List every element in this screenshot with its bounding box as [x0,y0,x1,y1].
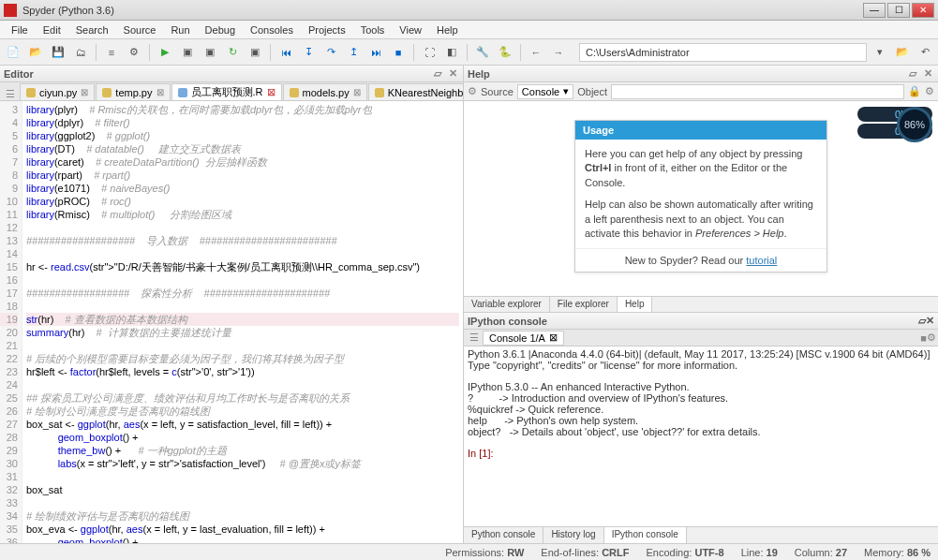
browse-icon[interactable]: 📂 [893,43,912,62]
console-header-label: IPython console [468,316,547,327]
help-object-label: Object [577,86,607,97]
menu-search[interactable]: Search [68,22,116,37]
help-options-icon[interactable]: ⚙ [925,85,934,97]
editor-tab[interactable]: KNearestNeighbor.py⊠ [368,83,463,100]
bottom-tab-python-console[interactable]: Python console [464,527,543,543]
help-toolbar: ⚙ Source Console▾ Object 🔒 ⚙ [464,82,938,101]
save-icon[interactable]: 💾 [49,43,67,62]
help-undock-icon[interactable]: ▱ [906,67,919,81]
menu-consoles[interactable]: Consoles [243,22,301,37]
run-cell-icon[interactable]: ▣ [178,43,197,62]
workdir-dropdown-icon[interactable]: ▾ [871,43,889,62]
help-close-icon[interactable]: ✕ [921,67,934,81]
console-bottom-tabs: Python consoleHistory logIPython console [464,526,938,543]
titlebar: Spyder (Python 3.6) — ☐ ✕ [0,0,938,21]
console-prompt: In [1]: [468,448,494,459]
editor-tab[interactable]: temp.py⊠ [96,83,170,100]
menu-debug[interactable]: Debug [198,22,243,37]
prefs-icon[interactable]: 🔧 [473,43,492,62]
editor-tab[interactable]: ciyun.py⊠ [20,83,95,100]
console-stop-icon[interactable]: ■ [920,332,927,344]
bottom-tab-history-log[interactable]: History log [543,527,603,543]
help-header-label: Help [468,68,490,80]
help-source-label: Source [481,86,514,97]
menubar: FileEditSearchSourceRunDebugConsolesProj… [0,21,938,39]
menu-edit[interactable]: Edit [36,22,68,37]
forward-icon[interactable]: → [549,43,568,62]
new-file-icon[interactable]: 📄 [4,43,22,62]
editor-tabs: ☰ ciyun.py⊠temp.py⊠员工离职预测.R⊠models.py⊠KN… [0,82,463,101]
menu-view[interactable]: View [392,22,429,37]
undock-icon[interactable]: ▱ [431,67,444,81]
console-tab[interactable]: Console 1/A⊠ [483,331,564,346]
minimize-button[interactable]: — [863,3,886,18]
editor-tab[interactable]: 员工离职预测.R⊠ [171,83,282,100]
debug-continue-icon[interactable]: ⏭ [366,43,385,62]
tab-close-icon[interactable]: ⊠ [267,86,275,98]
tab-close-icon[interactable]: ⊠ [81,87,88,97]
tab-close-icon[interactable]: ⊠ [353,87,361,97]
pythonpath-icon[interactable]: 🐍 [496,43,514,62]
help-card-title: Usage [575,121,826,140]
close-button[interactable]: ✕ [912,3,934,18]
help-gear-icon[interactable]: ⚙ [468,85,477,97]
workdir-input[interactable]: C:\Users\Administrator [579,43,867,62]
debug-out-icon[interactable]: ↥ [344,43,363,62]
menu-file[interactable]: File [4,22,36,37]
console-close-icon[interactable]: ✕ [926,315,934,327]
maximize-button[interactable]: ☐ [887,3,910,18]
help-usage-card: Usage Here you can get help of any objec… [574,120,827,273]
toolbar: 📄 📂 💾 🗂 ≡ ⚙ ▶ ▣ ▣ ↻ ▣ ⏮ ↧ ↷ ↥ ⏭ ■ ⛶ ◧ 🔧 … [0,39,938,66]
menu-tools[interactable]: Tools [353,22,393,37]
run-icon[interactable]: ▶ [156,43,174,62]
editor-body[interactable]: 3456789101112131415161718192021222324252… [0,101,463,543]
window-title: Spyder (Python 3.6) [22,5,863,16]
help-source-combo[interactable]: Console▾ [517,84,573,99]
list-icon[interactable]: ≡ [102,43,121,62]
save-all-icon[interactable]: 🗂 [71,43,90,62]
mid-tab-file-explorer[interactable]: File explorer [550,297,618,312]
open-file-icon[interactable]: 📂 [26,43,45,62]
pane-close-icon[interactable]: ✕ [446,67,459,81]
bottom-tab-ipython-console[interactable]: IPython console [604,527,687,543]
debug-over-icon[interactable]: ↷ [321,43,340,62]
menu-source[interactable]: Source [116,22,164,37]
run-cell-advance-icon[interactable]: ▣ [201,43,219,62]
help-body: Usage Here you can get help of any objec… [464,101,938,296]
right-mid-tabs: Variable explorerFile explorerHelp [464,296,938,313]
parent-dir-icon[interactable]: ↶ [916,43,934,62]
app-icon [4,4,17,17]
help-lock-icon[interactable]: 🔒 [908,85,921,97]
code-area[interactable]: library(plyr) # Rmisc的关联包，在同时需要加载dplyr包，… [22,101,463,543]
menu-projects[interactable]: Projects [301,22,353,37]
console-tab-close-icon[interactable]: ⊠ [549,332,558,344]
debug-into-icon[interactable]: ↧ [299,43,318,62]
back-icon[interactable]: ← [527,43,545,62]
tabs-menu-icon[interactable]: ☰ [2,88,19,100]
help-object-input[interactable] [611,84,904,99]
console-options-icon[interactable]: ⚙ [927,332,936,344]
console-undock-icon[interactable]: ▱ [918,315,926,327]
debug-stop-icon[interactable]: ■ [389,43,408,62]
console-header: IPython console ▱ ✕ [464,313,938,330]
run-selection-icon[interactable]: ↻ [223,43,242,62]
max-pane-icon[interactable]: ⛶ [420,43,439,62]
editor-header-label: Editor [4,68,34,80]
network-widget: 0K/s 0K/s 86% [857,107,932,144]
console-body[interactable]: Python 3.6.1 |Anaconda 4.4.0 (64-bit)| (… [464,346,938,526]
gear-icon[interactable]: ⚙ [125,43,143,62]
debug-step-icon[interactable]: ⏮ [276,43,295,62]
tab-close-icon[interactable]: ⊠ [156,87,164,97]
tutorial-link[interactable]: tutorial [746,255,777,266]
help-header: Help ▱ ✕ [464,66,938,82]
editor-tab[interactable]: models.py⊠ [283,83,367,100]
console-tabs: ☰ Console 1/A⊠ ■ ⚙ [464,330,938,346]
line-gutter: 3456789101112131415161718192021222324252… [0,101,22,543]
mid-tab-help[interactable]: Help [618,297,653,312]
menu-run[interactable]: Run [163,22,197,37]
console-tabs-menu-icon[interactable]: ☰ [466,332,483,344]
layout-icon[interactable]: ◧ [442,43,461,62]
menu-help[interactable]: Help [429,22,466,37]
stop-icon[interactable]: ▣ [246,43,264,62]
mid-tab-variable-explorer[interactable]: Variable explorer [464,297,550,312]
